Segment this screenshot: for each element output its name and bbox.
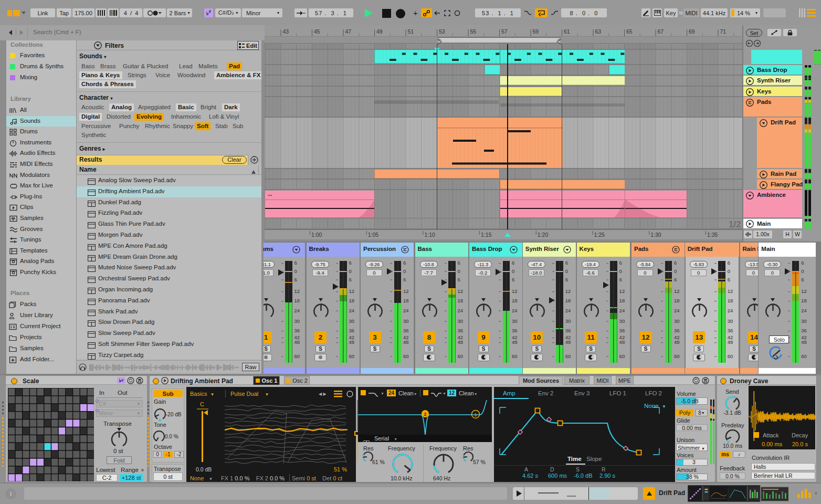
svg-text:1:20: 1:20 bbox=[538, 232, 549, 238]
svg-text:1:30: 1:30 bbox=[650, 232, 661, 238]
svg-text:57: 57 bbox=[501, 28, 508, 35]
svg-text:1:10: 1:10 bbox=[424, 232, 435, 238]
svg-text:49: 49 bbox=[376, 28, 383, 35]
svg-text:45: 45 bbox=[314, 28, 320, 35]
svg-text:67: 67 bbox=[658, 28, 664, 35]
svg-text:69: 69 bbox=[689, 28, 695, 35]
svg-text:71: 71 bbox=[720, 28, 727, 35]
svg-text:55: 55 bbox=[470, 28, 477, 35]
svg-text:1:25: 1:25 bbox=[594, 232, 605, 238]
svg-text:1:35: 1:35 bbox=[707, 232, 718, 238]
svg-text:63: 63 bbox=[595, 28, 602, 35]
svg-text:1:00: 1:00 bbox=[311, 232, 322, 238]
svg-text:1:15: 1:15 bbox=[481, 232, 492, 238]
svg-text:51: 51 bbox=[408, 28, 414, 35]
svg-text:53: 53 bbox=[439, 28, 445, 35]
svg-text:2: 2 bbox=[424, 412, 426, 417]
svg-text:47: 47 bbox=[345, 28, 352, 35]
svg-text:61: 61 bbox=[564, 28, 570, 35]
svg-text:1: 1 bbox=[474, 412, 477, 417]
svg-text:43: 43 bbox=[283, 28, 289, 35]
svg-text:1:05: 1:05 bbox=[368, 232, 379, 238]
svg-text:59: 59 bbox=[533, 28, 539, 35]
svg-text:65: 65 bbox=[626, 28, 633, 35]
